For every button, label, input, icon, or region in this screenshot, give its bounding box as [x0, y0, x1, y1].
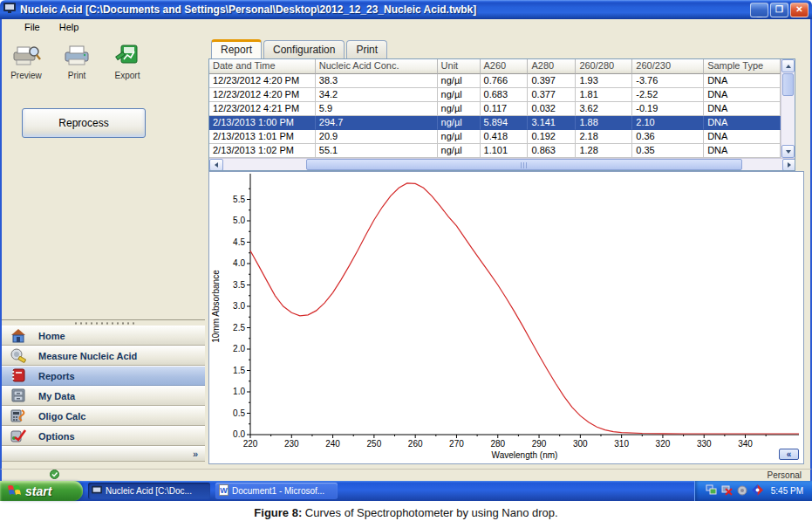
media-player-icon[interactable] — [752, 484, 763, 497]
tab-configuration[interactable]: Configuration — [263, 40, 345, 58]
horizontal-scrollbar[interactable] — [209, 158, 795, 170]
column-header[interactable]: Date and Time — [209, 59, 316, 74]
sidebar-item-measure-nucleic-acid[interactable]: Measure Nucleic Acid — [2, 346, 205, 366]
export-label: Export — [115, 71, 140, 80]
volume-icon[interactable] — [737, 485, 747, 497]
sidebar-item-home[interactable]: Home — [2, 326, 205, 346]
taskbar-item-nucleic-acid[interactable]: Nucleic Acid [C:\Doc... — [88, 483, 210, 499]
home-icon — [9, 327, 28, 345]
table-cell: 0.36 — [632, 130, 704, 144]
table-cell: 34.2 — [316, 88, 438, 102]
export-button[interactable]: Export — [108, 44, 147, 80]
sidebar-nav: Home Measure Nucleic Acid Reports My Dat… — [2, 319, 205, 462]
print-button[interactable]: Print — [58, 44, 96, 80]
scroll-up-button[interactable] — [781, 59, 795, 72]
network-disconnected-icon[interactable] — [721, 484, 733, 497]
column-header[interactable]: Sample Type — [704, 59, 781, 74]
tab-report[interactable]: Report — [211, 39, 262, 58]
sidebar-expander[interactable]: » — [2, 446, 205, 462]
sidebar-item-reports[interactable]: Reports — [2, 366, 205, 386]
clock[interactable]: 5:45 PM — [771, 486, 803, 496]
tab-print[interactable]: Print — [346, 40, 387, 58]
taskbar-item-word-document[interactable]: W Document1 - Microsof... — [215, 483, 338, 499]
table-cell: 1.93 — [576, 74, 632, 88]
results-grid: Date and TimeNucleic Acid Conc.UnitA260A… — [209, 59, 781, 158]
column-header[interactable]: Unit — [438, 59, 481, 74]
sidebar-item-options[interactable]: Options — [2, 426, 205, 446]
tab-bar: Report Configuration Print — [211, 38, 387, 58]
restore-button[interactable]: ❐ — [770, 3, 788, 17]
security-status-icon — [50, 470, 59, 481]
table-row[interactable]: 2/13/2013 1:02 PM55.1ng/µl1.1010.8631.28… — [209, 144, 781, 158]
menu-bar: File Help — [0, 19, 812, 35]
window-content: Preview Print Export Reprocess — [0, 35, 812, 469]
column-header[interactable]: 260/280 — [576, 59, 632, 74]
arrow-right-icon — [788, 162, 791, 168]
table-cell: 3.141 — [528, 116, 576, 130]
reports-icon — [9, 367, 28, 385]
column-header[interactable]: 260/230 — [632, 59, 704, 74]
windows-flag-icon — [7, 483, 21, 499]
taskbar-item-label: Document1 - Microsof... — [232, 486, 324, 496]
print-label: Print — [68, 71, 86, 80]
minimize-button[interactable]: _ — [750, 3, 768, 17]
vertical-scroll-thumb[interactable] — [782, 73, 794, 96]
sidebar-item-label: Oligo Calc — [38, 411, 85, 422]
svg-text:250: 250 — [367, 439, 382, 449]
app-icon — [92, 485, 102, 497]
table-row[interactable]: 12/23/2012 4:20 PM38.3ng/µl0.7660.3971.9… — [209, 74, 781, 88]
table-cell: 0.683 — [481, 88, 529, 102]
menu-file[interactable]: File — [24, 22, 40, 32]
column-header[interactable]: Nucleic Acid Conc. — [316, 59, 438, 74]
horizontal-scroll-thumb[interactable] — [306, 159, 742, 170]
sidebar-item-oligo-calc[interactable]: Oligo Calc — [2, 406, 205, 426]
table-cell: DNA — [704, 116, 781, 130]
scroll-down-button[interactable] — [781, 145, 795, 158]
scroll-left-button[interactable] — [209, 159, 223, 171]
table-cell: 2/13/2013 1:01 PM — [209, 130, 316, 144]
preview-button[interactable]: Preview — [7, 44, 45, 80]
reprocess-button[interactable]: Reprocess — [22, 108, 146, 138]
table-row[interactable]: 2/13/2013 1:00 PM294.7ng/µl5.8943.1411.8… — [209, 116, 781, 130]
svg-text:5.5: 5.5 — [233, 195, 245, 204]
sidebar-item-my-data[interactable]: My Data — [2, 386, 205, 406]
taskbar: start Nucleic Acid [C:\Doc... W Document… — [0, 481, 812, 501]
results-table: Date and TimeNucleic Acid Conc.UnitA260A… — [208, 58, 795, 171]
table-cell: 2/13/2013 1:02 PM — [209, 144, 316, 158]
table-cell: DNA — [704, 144, 781, 158]
figure-caption-prefix: Figure 8: — [254, 506, 302, 519]
sidebar-item-label: Reports — [38, 371, 75, 381]
horizontal-scroll-track[interactable] — [223, 159, 782, 170]
table-cell: 12/23/2012 4:20 PM — [209, 88, 316, 102]
vertical-scrollbar[interactable] — [781, 59, 795, 158]
table-cell: 0.863 — [528, 144, 576, 158]
figure-caption: Figure 8: Curves of Spectrophotometer by… — [0, 506, 812, 519]
column-header[interactable]: A260 — [481, 59, 529, 74]
svg-text:310: 310 — [614, 439, 629, 449]
table-cell: 294.7 — [316, 116, 438, 130]
table-cell: 0.192 — [528, 130, 576, 144]
table-cell: 2.18 — [576, 130, 632, 144]
sidebar-item-label: Options — [38, 431, 75, 442]
start-button[interactable]: start — [0, 481, 83, 501]
network-icon[interactable] — [706, 484, 717, 497]
table-row[interactable]: 2/13/2013 1:01 PM20.9ng/µl0.4180.1922.18… — [209, 130, 781, 144]
table-cell: 2/13/2013 1:00 PM — [209, 116, 316, 130]
menu-help[interactable]: Help — [59, 22, 79, 32]
scroll-right-button[interactable] — [782, 159, 795, 171]
table-cell: 1.28 — [576, 144, 632, 158]
y-axis-label: 10mm Absorbance — [211, 270, 221, 343]
table-cell: 12/23/2012 4:21 PM — [209, 102, 316, 116]
close-button[interactable]: ✕ — [790, 3, 809, 17]
table-header-row: Date and TimeNucleic Acid Conc.UnitA260A… — [209, 59, 781, 74]
options-icon — [9, 428, 28, 445]
collapse-chart-button[interactable]: « — [779, 449, 799, 460]
table-cell: 12/23/2012 4:20 PM — [209, 74, 316, 88]
column-header[interactable]: A280 — [528, 59, 576, 74]
table-cell: ng/µl — [438, 144, 481, 158]
svg-text:3.5: 3.5 — [233, 280, 245, 290]
svg-text:240: 240 — [325, 439, 340, 449]
table-row[interactable]: 12/23/2012 4:20 PM34.2ng/µl0.6830.3771.8… — [209, 88, 781, 102]
toolbar: Preview Print Export — [7, 44, 147, 80]
table-row[interactable]: 12/23/2012 4:21 PM5.9ng/µl0.1170.0323.62… — [209, 102, 781, 116]
